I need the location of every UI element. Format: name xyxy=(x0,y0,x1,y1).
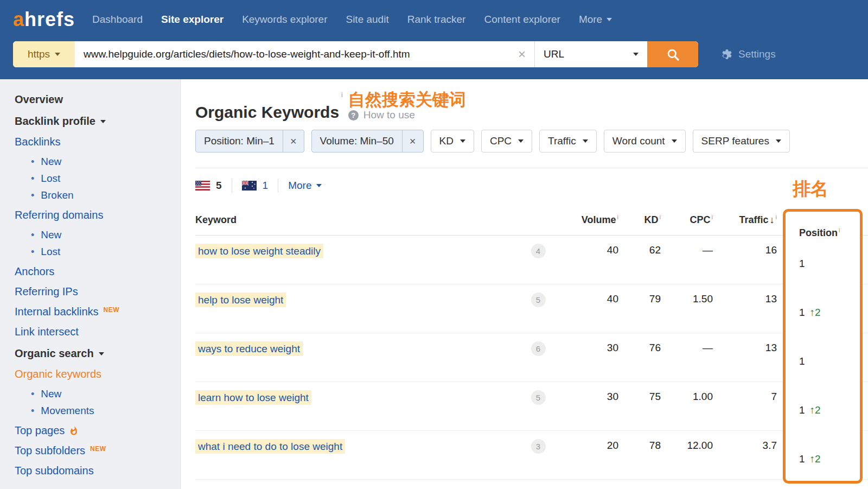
nav-site-audit[interactable]: Site audit xyxy=(346,14,388,26)
sidebar-item-overview[interactable]: Overview xyxy=(15,93,180,106)
serp-count-badge[interactable]: 4 xyxy=(531,244,546,258)
sidebar-section-backlink-profile[interactable]: Backlink profile xyxy=(15,115,180,128)
item-label: Top pages xyxy=(15,424,65,437)
countries-more-button[interactable]: More xyxy=(288,180,322,192)
volume-value: 20 xyxy=(553,440,618,452)
sidebar-item-backlinks-broken[interactable]: Broken xyxy=(31,189,180,201)
sidebar-item-link-intersect[interactable]: Link intersect xyxy=(15,326,180,338)
keyword-link[interactable]: learn how to lose weight xyxy=(195,390,311,405)
col-traffic-sorted[interactable]: Traffic↓i xyxy=(713,214,777,226)
search-button[interactable] xyxy=(647,41,698,67)
keyword-link[interactable]: what i need to do to lose weight xyxy=(195,439,345,454)
page-title: Organic Keywords xyxy=(195,103,339,121)
filter-dropdown-traffic[interactable]: Traffic xyxy=(539,130,597,153)
sidebar-item-top-pages[interactable]: Top pages xyxy=(15,424,180,437)
sidebar-item-refdomains-lost[interactable]: Lost xyxy=(31,246,180,258)
remove-filter-icon[interactable]: × xyxy=(402,130,423,152)
sidebar-item-backlinks-lost[interactable]: Lost xyxy=(31,173,180,185)
kd-value: 78 xyxy=(618,440,661,452)
sidebar-section-organic-search[interactable]: Organic search xyxy=(15,347,180,360)
search-row: https × URL Settings xyxy=(0,39,868,67)
filter-dropdown-cpc[interactable]: CPC xyxy=(481,130,532,153)
settings-button[interactable]: Settings xyxy=(721,48,776,60)
sidebar-item-organic-movements[interactable]: Movements xyxy=(31,405,180,417)
top-navbar: ahrefs Dashboard Site explorer Keywords … xyxy=(0,0,868,79)
position-change: ↑2 xyxy=(810,306,821,319)
filter-label[interactable]: Position: Min–1 xyxy=(196,130,283,152)
url-input[interactable] xyxy=(75,41,509,67)
filter-dropdown-word-count[interactable]: Word count xyxy=(604,130,686,153)
keyword-link[interactable]: how to lose weight steadily xyxy=(195,244,323,258)
serp-count-badge[interactable]: 5 xyxy=(531,390,546,405)
filter-dropdown-serp-features[interactable]: SERP features xyxy=(693,130,790,153)
country-tab-au[interactable]: 1 xyxy=(242,180,269,192)
nav-content-explorer[interactable]: Content explorer xyxy=(484,14,560,26)
nav-keywords-explorer[interactable]: Keywords explorer xyxy=(242,14,327,26)
clear-input-icon[interactable]: × xyxy=(509,41,534,67)
chevron-down-icon xyxy=(55,53,60,56)
primary-nav: Dashboard Site explorer Keywords explore… xyxy=(92,14,612,26)
nav-dashboard[interactable]: Dashboard xyxy=(92,14,143,26)
logo-rest: hrefs xyxy=(24,8,75,30)
traffic-value: 3.7 xyxy=(713,440,777,452)
table-row: ways to reduce weight 6 30 76 — 13 xyxy=(195,333,868,382)
sidebar-item-top-subfolders[interactable]: Top subfoldersNEW xyxy=(15,444,180,457)
country-tab-us[interactable]: 5 xyxy=(195,180,222,192)
position-value: 1↑2 xyxy=(799,404,821,417)
volume-value: 30 xyxy=(553,391,618,403)
position-change: ↑2 xyxy=(810,453,821,466)
item-label: Internal backlinks xyxy=(15,306,99,318)
chevron-down-icon xyxy=(100,120,106,123)
sort-desc-icon: ↓ xyxy=(770,214,775,225)
protocol-select[interactable]: https xyxy=(13,41,75,67)
sidebar-item-internal-backlinks[interactable]: Internal backlinksNEW xyxy=(15,306,180,318)
col-position[interactable]: Positioni xyxy=(799,227,840,239)
kd-value: 62 xyxy=(618,244,661,256)
sidebar-item-backlinks-new[interactable]: New xyxy=(31,156,180,168)
flame-icon xyxy=(69,426,79,436)
table-header: Keyword Volumei KDi CPCi Traffic↓i xyxy=(195,205,868,236)
col-cpc[interactable]: CPCi xyxy=(661,214,713,226)
sidebar-item-top-subdomains[interactable]: Top subdomains xyxy=(15,465,180,477)
remove-filter-icon[interactable]: × xyxy=(283,130,304,152)
serp-count-badge[interactable]: 5 xyxy=(531,293,546,307)
how-to-use-link[interactable]: ?How to use xyxy=(348,109,466,121)
col-keyword[interactable]: Keyword xyxy=(195,214,523,226)
info-icon: i xyxy=(341,91,343,99)
volume-value: 40 xyxy=(553,293,618,305)
sidebar-item-referring-domains[interactable]: Referring domains xyxy=(15,209,180,221)
nav-more-label: More xyxy=(579,14,602,26)
nav-rank-tracker[interactable]: Rank tracker xyxy=(407,14,466,26)
content-area: Overview Backlink profile Backlinks New … xyxy=(0,79,868,489)
traffic-value: 13 xyxy=(713,293,777,305)
keyword-link[interactable]: help to lose weight xyxy=(195,293,286,307)
keyword-link[interactable]: ways to reduce weight xyxy=(195,341,303,356)
sidebar-item-referring-ips[interactable]: Referring IPs xyxy=(15,285,180,298)
serp-count-badge[interactable]: 6 xyxy=(531,341,546,356)
col-kd[interactable]: KDi xyxy=(618,214,661,226)
serp-count-badge[interactable]: 3 xyxy=(531,439,546,454)
sidebar-item-backlinks[interactable]: Backlinks xyxy=(15,136,180,148)
filter-dropdown-kd[interactable]: KD xyxy=(431,130,474,153)
position-value: 1 xyxy=(799,355,810,368)
ahrefs-logo[interactable]: ahrefs xyxy=(13,8,75,31)
chevron-down-icon xyxy=(776,139,781,143)
nav-site-explorer[interactable]: Site explorer xyxy=(161,14,224,26)
title-row: Organic Keywords i 自然搜索关键词 ?How to use xyxy=(195,91,868,121)
sidebar-item-organic-keywords[interactable]: Organic keywords xyxy=(15,368,180,380)
mode-label: URL xyxy=(544,48,564,60)
country-count: 5 xyxy=(216,180,222,192)
mode-select[interactable]: URL xyxy=(534,41,647,67)
sidebar-item-refdomains-new[interactable]: New xyxy=(31,229,180,241)
position-value: 1↑2 xyxy=(799,306,821,319)
col-volume[interactable]: Volumei xyxy=(553,214,618,226)
sidebar-item-anchors[interactable]: Anchors xyxy=(15,265,180,278)
filter-label[interactable]: Volume: Min–50 xyxy=(312,130,402,152)
sidebar-item-organic-new[interactable]: New xyxy=(31,388,180,400)
target-search-bar: https × URL xyxy=(13,41,698,67)
chevron-down-icon xyxy=(607,18,612,21)
filter-label: Traffic xyxy=(548,135,576,147)
nav-more[interactable]: More xyxy=(579,14,612,26)
traffic-value: 16 xyxy=(713,244,777,256)
settings-label: Settings xyxy=(738,48,776,60)
